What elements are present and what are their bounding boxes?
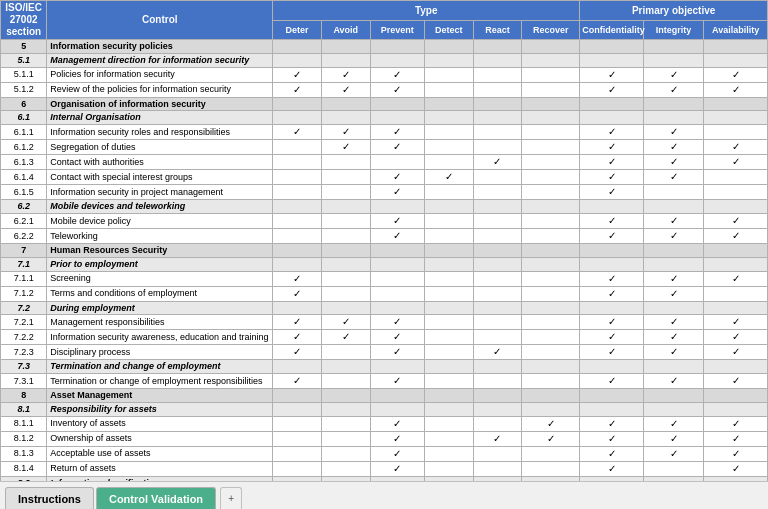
cell-conf [580, 53, 644, 67]
cell-avoid [321, 402, 370, 416]
cell-recover [522, 200, 580, 214]
checkmark-icon: ✓ [732, 141, 740, 152]
table-row: 7.1.2Terms and conditions of employment✓… [1, 286, 768, 301]
cell-avail: ✓ [704, 67, 768, 82]
cell-recover [522, 286, 580, 301]
checkmark-icon: ✓ [670, 230, 678, 241]
table-row: 6.2Mobile devices and teleworking [1, 200, 768, 214]
checkmark-icon: ✓ [342, 141, 350, 152]
checkmark-icon: ✓ [732, 230, 740, 241]
cell-avail: ✓ [704, 140, 768, 155]
cell-avail [704, 301, 768, 315]
cell-avoid [321, 301, 370, 315]
checkmark-icon: ✓ [670, 171, 678, 182]
tab-instructions[interactable]: Instructions [5, 487, 94, 509]
cell-integ: ✓ [643, 286, 703, 301]
checkmark-icon: ✓ [608, 84, 616, 95]
row-label: Asset Management [47, 389, 273, 403]
cell-conf [580, 200, 644, 214]
table-row: 7.2During employment [1, 301, 768, 315]
cell-prevent [370, 111, 424, 125]
cell-deter [273, 213, 322, 228]
cell-react [473, 271, 522, 286]
col-avoid-header: Avoid [321, 21, 370, 40]
cell-react [473, 213, 522, 228]
cell-detect [424, 40, 473, 54]
tabs-bar: Instructions Control Validation + [0, 481, 768, 509]
cell-deter [273, 140, 322, 155]
checkmark-icon: ✓ [547, 418, 555, 429]
checkmark-icon: ✓ [393, 331, 401, 342]
cell-prevent [370, 200, 424, 214]
col-avail-header: Availability [704, 21, 768, 40]
cell-integ [643, 257, 703, 271]
cell-prevent: ✓ [370, 431, 424, 446]
table-row: 7.3Termination and change of employment [1, 360, 768, 374]
row-label: Internal Organisation [47, 111, 273, 125]
cell-avail [704, 125, 768, 140]
table-row: 6.1.2Segregation of duties✓✓✓✓✓ [1, 140, 768, 155]
cell-prevent: ✓ [370, 228, 424, 243]
cell-deter: ✓ [273, 374, 322, 389]
cell-conf: ✓ [580, 170, 644, 185]
checkmark-icon: ✓ [732, 273, 740, 284]
row-label: Termination or change of employment resp… [47, 374, 273, 389]
cell-avoid [321, 345, 370, 360]
row-label: Information security roles and responsib… [47, 125, 273, 140]
cell-avoid [321, 431, 370, 446]
cell-avoid [321, 389, 370, 403]
cell-recover [522, 402, 580, 416]
cell-prevent [370, 402, 424, 416]
cell-recover [522, 374, 580, 389]
checkmark-icon: ✓ [670, 448, 678, 459]
col-deter-header: Deter [273, 21, 322, 40]
cell-avoid [321, 155, 370, 170]
cell-prevent: ✓ [370, 67, 424, 82]
cell-react [473, 228, 522, 243]
cell-avail [704, 53, 768, 67]
table-row: 6.2.1Mobile device policy✓✓✓✓ [1, 213, 768, 228]
checkmark-icon: ✓ [608, 316, 616, 327]
cell-deter: ✓ [273, 286, 322, 301]
tab-add-button[interactable]: + [220, 487, 242, 509]
cell-avoid [321, 271, 370, 286]
cell-conf: ✓ [580, 140, 644, 155]
row-id: 7 [1, 243, 47, 257]
cell-avail: ✓ [704, 330, 768, 345]
cell-react [473, 416, 522, 431]
col-prevent-header: Prevent [370, 21, 424, 40]
cell-prevent [370, 97, 424, 111]
cell-conf [580, 243, 644, 257]
cell-deter [273, 389, 322, 403]
cell-react: ✓ [473, 345, 522, 360]
tab-control-validation[interactable]: Control Validation [96, 487, 216, 509]
cell-integ: ✓ [643, 213, 703, 228]
cell-recover [522, 170, 580, 185]
checkmark-icon: ✓ [393, 433, 401, 444]
cell-avoid [321, 200, 370, 214]
checkmark-icon: ✓ [393, 171, 401, 182]
checkmark-icon: ✓ [547, 433, 555, 444]
row-id: 6.2 [1, 200, 47, 214]
checkmark-icon: ✓ [608, 141, 616, 152]
checkmark-icon: ✓ [670, 69, 678, 80]
cell-conf: ✓ [580, 82, 644, 97]
cell-conf: ✓ [580, 461, 644, 476]
cell-avail [704, 111, 768, 125]
cell-avail [704, 97, 768, 111]
cell-avail [704, 257, 768, 271]
cell-detect [424, 67, 473, 82]
cell-react [473, 315, 522, 330]
checkmark-icon: ✓ [393, 141, 401, 152]
cell-react [473, 170, 522, 185]
cell-conf [580, 111, 644, 125]
cell-avoid [321, 243, 370, 257]
cell-conf [580, 40, 644, 54]
col-control-header: Control [47, 1, 273, 40]
cell-recover [522, 185, 580, 200]
cell-integ [643, 200, 703, 214]
checkmark-icon: ✓ [670, 126, 678, 137]
cell-integ: ✓ [643, 431, 703, 446]
row-id: 8.1.3 [1, 446, 47, 461]
table-row: 8.1.3Acceptable use of assets✓✓✓✓ [1, 446, 768, 461]
